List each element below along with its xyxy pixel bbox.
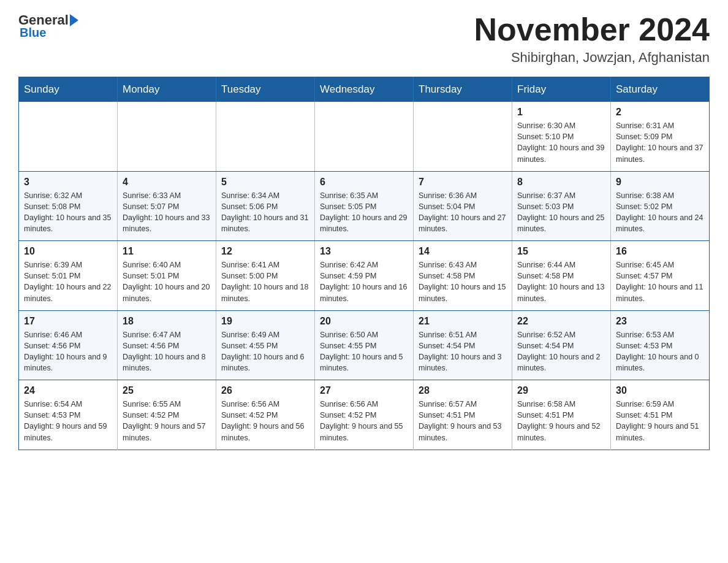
calendar-cell: 13Sunrise: 6:42 AMSunset: 4:59 PMDayligh…	[315, 241, 414, 311]
weekday-header-monday: Monday	[118, 77, 216, 102]
day-info: Sunrise: 6:56 AMSunset: 4:52 PMDaylight:…	[320, 399, 408, 443]
day-info: Sunrise: 6:43 AMSunset: 4:58 PMDaylight:…	[419, 259, 507, 304]
day-number: 19	[221, 316, 309, 327]
calendar-cell	[118, 102, 216, 171]
weekday-header-saturday: Saturday	[611, 77, 710, 102]
day-number: 5	[221, 177, 309, 188]
day-info: Sunrise: 6:45 AMSunset: 4:57 PMDaylight:…	[616, 259, 704, 304]
day-info: Sunrise: 6:46 AMSunset: 4:56 PMDaylight:…	[24, 329, 112, 374]
calendar-week-4: 17Sunrise: 6:46 AMSunset: 4:56 PMDayligh…	[19, 310, 710, 380]
day-number: 9	[616, 177, 704, 188]
day-info: Sunrise: 6:38 AMSunset: 5:02 PMDaylight:…	[616, 190, 704, 235]
day-number: 26	[221, 385, 309, 396]
day-number: 3	[24, 177, 112, 188]
calendar-cell: 8Sunrise: 6:37 AMSunset: 5:03 PMDaylight…	[512, 171, 611, 241]
day-info: Sunrise: 6:42 AMSunset: 4:59 PMDaylight:…	[320, 259, 408, 304]
weekday-header-friday: Friday	[512, 77, 611, 102]
calendar-week-5: 24Sunrise: 6:54 AMSunset: 4:53 PMDayligh…	[19, 380, 710, 450]
weekday-header-thursday: Thursday	[414, 77, 512, 102]
logo-arrow-icon	[70, 14, 78, 26]
day-info: Sunrise: 6:58 AMSunset: 4:51 PMDaylight:…	[517, 399, 605, 443]
day-info: Sunrise: 6:33 AMSunset: 5:07 PMDaylight:…	[123, 190, 211, 235]
day-number: 13	[320, 246, 408, 257]
calendar-cell: 9Sunrise: 6:38 AMSunset: 5:02 PMDaylight…	[611, 171, 710, 241]
day-number: 27	[320, 385, 408, 396]
day-number: 22	[517, 316, 605, 327]
day-number: 20	[320, 316, 408, 327]
day-info: Sunrise: 6:57 AMSunset: 4:51 PMDaylight:…	[419, 399, 507, 443]
calendar-cell	[315, 102, 414, 171]
calendar-cell: 22Sunrise: 6:52 AMSunset: 4:54 PMDayligh…	[512, 310, 611, 380]
day-number: 17	[24, 316, 112, 327]
calendar-cell: 10Sunrise: 6:39 AMSunset: 5:01 PMDayligh…	[19, 241, 118, 311]
day-info: Sunrise: 6:34 AMSunset: 5:06 PMDaylight:…	[221, 190, 309, 235]
calendar-cell: 19Sunrise: 6:49 AMSunset: 4:55 PMDayligh…	[216, 310, 315, 380]
calendar-cell: 26Sunrise: 6:56 AMSunset: 4:52 PMDayligh…	[216, 380, 315, 450]
calendar-cell	[414, 102, 512, 171]
calendar-cell: 24Sunrise: 6:54 AMSunset: 4:53 PMDayligh…	[19, 380, 118, 450]
calendar-cell: 3Sunrise: 6:32 AMSunset: 5:08 PMDaylight…	[19, 171, 118, 241]
day-info: Sunrise: 6:54 AMSunset: 4:53 PMDaylight:…	[24, 399, 112, 443]
day-info: Sunrise: 6:50 AMSunset: 4:55 PMDaylight:…	[320, 329, 408, 374]
day-number: 16	[616, 246, 704, 257]
day-info: Sunrise: 6:44 AMSunset: 4:58 PMDaylight:…	[517, 259, 605, 304]
calendar-cell: 27Sunrise: 6:56 AMSunset: 4:52 PMDayligh…	[315, 380, 414, 450]
day-info: Sunrise: 6:36 AMSunset: 5:04 PMDaylight:…	[419, 190, 507, 235]
calendar-cell: 21Sunrise: 6:51 AMSunset: 4:54 PMDayligh…	[414, 310, 512, 380]
logo-blue: Blue	[20, 26, 46, 40]
weekday-header-tuesday: Tuesday	[216, 77, 315, 102]
day-info: Sunrise: 6:40 AMSunset: 5:01 PMDaylight:…	[123, 259, 211, 304]
day-info: Sunrise: 6:59 AMSunset: 4:51 PMDaylight:…	[616, 399, 704, 443]
calendar-cell: 18Sunrise: 6:47 AMSunset: 4:56 PMDayligh…	[118, 310, 216, 380]
weekday-header-sunday: Sunday	[19, 77, 118, 102]
calendar-cell: 1Sunrise: 6:30 AMSunset: 5:10 PMDaylight…	[512, 102, 611, 171]
day-number: 24	[24, 385, 112, 396]
calendar-table: SundayMondayTuesdayWednesdayThursdayFrid…	[18, 77, 710, 450]
calendar-cell: 14Sunrise: 6:43 AMSunset: 4:58 PMDayligh…	[414, 241, 512, 311]
calendar-cell: 4Sunrise: 6:33 AMSunset: 5:07 PMDaylight…	[118, 171, 216, 241]
location-subtitle: Shibirghan, Jowzjan, Afghanistan	[474, 50, 710, 66]
day-info: Sunrise: 6:52 AMSunset: 4:54 PMDaylight:…	[517, 329, 605, 374]
day-info: Sunrise: 6:30 AMSunset: 5:10 PMDaylight:…	[517, 120, 605, 165]
calendar-cell: 20Sunrise: 6:50 AMSunset: 4:55 PMDayligh…	[315, 310, 414, 380]
title-area: November 2024 Shibirghan, Jowzjan, Afgha…	[474, 12, 710, 66]
day-number: 6	[320, 177, 408, 188]
calendar-cell: 6Sunrise: 6:35 AMSunset: 5:05 PMDaylight…	[315, 171, 414, 241]
calendar-cell: 25Sunrise: 6:55 AMSunset: 4:52 PMDayligh…	[118, 380, 216, 450]
day-number: 2	[616, 107, 704, 118]
calendar-cell: 7Sunrise: 6:36 AMSunset: 5:04 PMDaylight…	[414, 171, 512, 241]
page-header: General Blue November 2024 Shibirghan, J…	[18, 12, 710, 66]
day-info: Sunrise: 6:51 AMSunset: 4:54 PMDaylight:…	[419, 329, 507, 374]
calendar-title: November 2024	[474, 12, 710, 47]
calendar-cell: 5Sunrise: 6:34 AMSunset: 5:06 PMDaylight…	[216, 171, 315, 241]
day-number: 12	[221, 246, 309, 257]
calendar-cell: 12Sunrise: 6:41 AMSunset: 5:00 PMDayligh…	[216, 241, 315, 311]
calendar-week-3: 10Sunrise: 6:39 AMSunset: 5:01 PMDayligh…	[19, 241, 710, 311]
day-info: Sunrise: 6:41 AMSunset: 5:00 PMDaylight:…	[221, 259, 309, 304]
calendar-cell	[216, 102, 315, 171]
day-number: 11	[123, 246, 211, 257]
day-info: Sunrise: 6:32 AMSunset: 5:08 PMDaylight:…	[24, 190, 112, 235]
day-info: Sunrise: 6:47 AMSunset: 4:56 PMDaylight:…	[123, 329, 211, 374]
day-number: 30	[616, 385, 704, 396]
weekday-header-row: SundayMondayTuesdayWednesdayThursdayFrid…	[19, 77, 710, 102]
day-number: 28	[419, 385, 507, 396]
calendar-cell: 16Sunrise: 6:45 AMSunset: 4:57 PMDayligh…	[611, 241, 710, 311]
calendar-cell	[19, 102, 118, 171]
calendar-cell: 11Sunrise: 6:40 AMSunset: 5:01 PMDayligh…	[118, 241, 216, 311]
day-number: 25	[123, 385, 211, 396]
day-number: 18	[123, 316, 211, 327]
day-number: 29	[517, 385, 605, 396]
day-number: 15	[517, 246, 605, 257]
calendar-cell: 23Sunrise: 6:53 AMSunset: 4:53 PMDayligh…	[611, 310, 710, 380]
calendar-cell: 29Sunrise: 6:58 AMSunset: 4:51 PMDayligh…	[512, 380, 611, 450]
day-info: Sunrise: 6:55 AMSunset: 4:52 PMDaylight:…	[123, 399, 211, 443]
day-number: 7	[419, 177, 507, 188]
day-info: Sunrise: 6:53 AMSunset: 4:53 PMDaylight:…	[616, 329, 704, 374]
day-info: Sunrise: 6:49 AMSunset: 4:55 PMDaylight:…	[221, 329, 309, 374]
calendar-cell: 28Sunrise: 6:57 AMSunset: 4:51 PMDayligh…	[414, 380, 512, 450]
calendar-cell: 2Sunrise: 6:31 AMSunset: 5:09 PMDaylight…	[611, 102, 710, 171]
day-info: Sunrise: 6:39 AMSunset: 5:01 PMDaylight:…	[24, 259, 112, 304]
calendar-week-1: 1Sunrise: 6:30 AMSunset: 5:10 PMDaylight…	[19, 102, 710, 171]
day-info: Sunrise: 6:31 AMSunset: 5:09 PMDaylight:…	[616, 120, 704, 165]
